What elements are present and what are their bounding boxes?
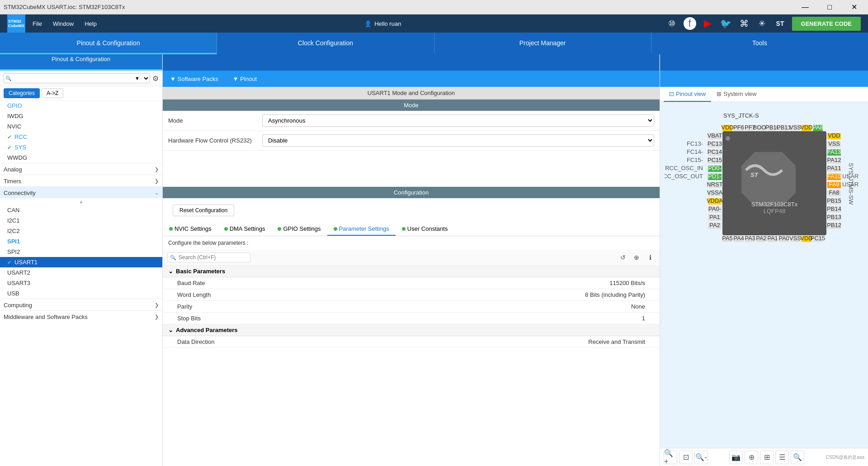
menu-help[interactable]: Help — [81, 19, 100, 29]
params-search-wrap: 🔍 — [167, 252, 614, 262]
search-input[interactable] — [4, 73, 150, 83]
generate-code-button[interactable]: GENERATE CODE — [792, 17, 861, 31]
tab-user-constants[interactable]: User Constants — [396, 223, 454, 236]
i2c2-label: I2C2 — [7, 228, 19, 234]
params-search-input[interactable] — [167, 252, 250, 262]
section-middleware[interactable]: Middleware and Software Packs ❯ — [0, 310, 162, 322]
main-tab-clock[interactable]: Clock Configuration — [217, 33, 434, 54]
youtube-icon[interactable]: ▶ — [702, 17, 714, 30]
pinout-view-label: Pinout view — [676, 90, 706, 97]
tab-parameter-settings[interactable]: Parameter Settings — [327, 223, 396, 236]
tab-nvic-settings[interactable]: NVIC Settings — [163, 223, 218, 236]
param-baud-rate: Baud Rate 115200 Bits/s — [163, 277, 660, 289]
sidebar-item-usb[interactable]: USB — [0, 288, 162, 299]
middleware-chevron-icon: ❯ — [155, 314, 159, 320]
user-name: Hello ruan — [374, 20, 401, 27]
sidebar: Pinout & Configuration 🔍 ▼ ⚙ Categories … — [0, 49, 163, 466]
svg-text:PB13: PB13 — [827, 214, 841, 220]
camera-button[interactable]: 📷 — [729, 451, 743, 464]
fit-screen-button[interactable]: ⊡ — [679, 451, 693, 464]
grid-button[interactable]: ⊞ — [760, 451, 774, 464]
user-greeting: 👤 Hello ruan — [364, 20, 401, 27]
sub-tab-software-packs[interactable]: ▼ Software Packs — [163, 73, 226, 85]
mode-select[interactable]: Asynchronous — [262, 114, 654, 127]
svg-text:ST: ST — [750, 171, 759, 178]
minimize-button[interactable]: — — [795, 0, 816, 14]
section-timers[interactable]: Timers ❯ — [0, 175, 162, 186]
mode-row: Mode Asynchronous — [163, 111, 660, 131]
params-info-icon[interactable]: ℹ — [645, 252, 655, 262]
sidebar-item-spi2[interactable]: SPI2 — [0, 247, 162, 257]
svg-text:USART1_RX: USART1_RX — [842, 173, 859, 180]
params-reset-icon[interactable]: ↺ — [618, 252, 628, 262]
sidebar-item-spi1[interactable]: SPI1 — [0, 236, 162, 247]
scroll-indicator: ▲ — [0, 198, 162, 205]
main-tab-tools[interactable]: Tools — [651, 33, 868, 54]
sidebar-item-wwdg[interactable]: WWDG — [0, 152, 162, 163]
advanced-params-group[interactable]: ⌄ Advanced Parameters — [163, 324, 660, 336]
baud-rate-value: 115200 Bits/s — [609, 280, 645, 286]
svg-text:PA1: PA1 — [767, 235, 778, 242]
svg-text:PA11: PA11 — [827, 165, 841, 171]
iwdg-label: IWDG — [7, 113, 23, 119]
github-icon[interactable]: ⌘ — [738, 17, 750, 30]
section-analog[interactable]: Analog ❯ — [0, 163, 162, 175]
categories-tab[interactable]: Categories — [4, 88, 40, 98]
svg-text:VSS: VSS — [828, 140, 840, 147]
svg-text:FA8: FA8 — [829, 189, 839, 196]
section-computing[interactable]: Computing ❯ — [0, 299, 162, 310]
sidebar-item-iwdg[interactable]: IWDG — [0, 111, 162, 121]
settings-gear-icon[interactable]: ⚙ — [152, 74, 159, 83]
table-button[interactable]: ☰ — [775, 451, 789, 464]
section-connectivity[interactable]: Connectivity ⌄ — [0, 186, 162, 198]
svg-text:RCC_OSC_IN: RCC_OSC_IN — [665, 165, 703, 171]
zoom-in-button[interactable]: 🔍+ — [664, 451, 677, 464]
main-tab-pinout[interactable]: Pinout & Configuration — [0, 33, 217, 54]
menu-file[interactable]: File — [29, 19, 46, 29]
flow-control-select[interactable]: Disable — [262, 134, 654, 147]
search-input-wrap: 🔍 ▼ — [4, 73, 150, 83]
network-icon[interactable]: ✳ — [756, 17, 769, 30]
maximize-button[interactable]: □ — [819, 0, 840, 14]
svg-text:PA5: PA5 — [722, 235, 733, 242]
twitter-icon[interactable]: 🐦 — [720, 17, 732, 30]
sidebar-item-can[interactable]: CAN — [0, 205, 162, 215]
sidebar-item-usart2[interactable]: USART2 — [0, 267, 162, 278]
sidebar-item-i2c1[interactable]: I2C1 — [0, 215, 162, 226]
system-view-tab[interactable]: ⊞ System view — [711, 87, 762, 102]
sidebar-item-usart3[interactable]: USART3 — [0, 278, 162, 288]
st-logo[interactable]: ST — [774, 17, 787, 30]
reset-configuration-button[interactable]: Reset Configuration — [173, 204, 234, 216]
sidebar-item-gpio[interactable]: GPIO — [0, 100, 162, 111]
sidebar-item-usart1[interactable]: ✔ USART1 — [0, 257, 162, 267]
sub-tab-pinout[interactable]: ▼ Pinout — [226, 73, 264, 85]
search-dropdown[interactable]: ▼ — [130, 73, 150, 83]
sidebar-item-nvic[interactable]: NVIC — [0, 121, 162, 132]
sidebar-item-sys[interactable]: ✔ SYS — [0, 142, 162, 152]
center-panel: ▼ Software Packs ▼ Pinout USART1 Mode an… — [163, 49, 660, 466]
chip-package-text: LQFP48 — [764, 208, 785, 214]
pinout-view-tab[interactable]: ⊡ Pinout view — [664, 87, 711, 102]
bottom-toolbar: 🔍+ ⊡ 🔍- 📷 ⊕ ⊞ ☰ 🔍 CSDN@真的是aaa — [660, 448, 868, 466]
pin1-indicator — [726, 136, 730, 141]
tab-dma-settings[interactable]: DMA Settings — [218, 223, 272, 236]
layers-button[interactable]: ⊕ — [745, 451, 758, 464]
system-view-label: System view — [723, 90, 756, 97]
usb-label: USB — [7, 290, 19, 297]
sidebar-item-rcc[interactable]: ✔ RCC — [0, 132, 162, 142]
basic-params-group[interactable]: ⌄ Basic Parameters — [163, 266, 660, 277]
menu-window[interactable]: Window — [49, 19, 77, 29]
az-tab[interactable]: A->Z — [42, 88, 63, 98]
tab-gpio-settings[interactable]: GPIO Settings — [271, 223, 327, 236]
sidebar-item-i2c2[interactable]: I2C2 — [0, 226, 162, 236]
basic-params-label: Basic Parameters — [176, 268, 225, 275]
search-button[interactable]: 🔍 — [791, 451, 804, 464]
svg-text:PF6: PF6 — [733, 124, 744, 131]
svg-text:PA1: PA1 — [709, 214, 720, 220]
menu-bar: STM32CubeMX File Window Help 👤 Hello rua… — [0, 14, 868, 33]
close-button[interactable]: ✕ — [844, 0, 864, 14]
facebook-icon[interactable]: f — [684, 17, 696, 30]
zoom-out-button[interactable]: 🔍- — [694, 451, 708, 464]
params-expand-icon[interactable]: ⊕ — [632, 252, 642, 262]
main-tab-project[interactable]: Project Manager — [434, 33, 651, 54]
